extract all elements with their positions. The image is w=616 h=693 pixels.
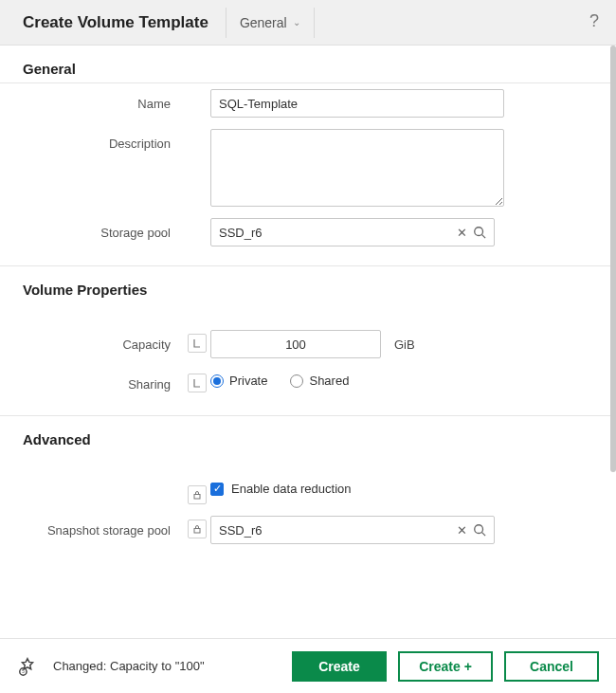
storage-pool-label: Storage pool bbox=[23, 218, 184, 240]
snapshot-pool-label: Snapshot storage pool bbox=[23, 516, 184, 538]
template-field-icon[interactable] bbox=[188, 334, 207, 353]
radio-icon bbox=[290, 374, 303, 388]
scrollbar-thumb[interactable] bbox=[610, 46, 616, 472]
lock-icon[interactable] bbox=[188, 520, 207, 538]
row-snapshot-pool: Snapshot storage pool SSD_r6 ✕ bbox=[0, 510, 616, 550]
create-volume-template-dialog: Create Volume Template General ⌄ ? Gener… bbox=[0, 0, 616, 693]
name-field[interactable] bbox=[210, 89, 504, 118]
search-icon[interactable] bbox=[473, 226, 486, 239]
sharing-private-radio[interactable]: Private bbox=[210, 374, 267, 388]
dialog-title: Create Volume Template bbox=[23, 8, 226, 38]
storage-pool-combo[interactable]: SSD_r6 ✕ bbox=[210, 218, 495, 246]
section-dropdown[interactable]: General ⌄ bbox=[226, 8, 315, 38]
description-label: Description bbox=[23, 129, 184, 151]
row-description: Description bbox=[0, 123, 616, 212]
sharing-shared-radio[interactable]: Shared bbox=[290, 374, 349, 388]
svg-text:5: 5 bbox=[22, 669, 25, 674]
svg-line-1 bbox=[482, 235, 486, 239]
empty-label bbox=[23, 482, 184, 489]
chevron-down-icon: ⌄ bbox=[293, 17, 300, 27]
footer-status: Changed: Capacity to "100" bbox=[53, 659, 205, 673]
snapshot-pool-value: SSD_r6 bbox=[219, 523, 457, 538]
clear-icon[interactable]: ✕ bbox=[457, 523, 467, 538]
lock-icon[interactable] bbox=[188, 485, 207, 504]
icon-spacer bbox=[184, 218, 210, 222]
create-button[interactable]: Create bbox=[292, 651, 387, 682]
row-capacity: Capacity GiB bbox=[0, 324, 616, 364]
description-field[interactable] bbox=[210, 129, 504, 207]
sharing-label: Sharing bbox=[23, 370, 184, 392]
capacity-unit: GiB bbox=[394, 337, 415, 352]
help-icon[interactable]: ? bbox=[589, 11, 599, 31]
row-sharing: Sharing Private Shared bbox=[0, 364, 616, 398]
snapshot-pool-combo[interactable]: SSD_r6 ✕ bbox=[210, 516, 495, 544]
svg-rect-3 bbox=[194, 529, 200, 534]
dialog-footer: 5 Changed: Capacity to "100" Create Crea… bbox=[0, 638, 616, 693]
section-volume-props-title: Volume Properties bbox=[0, 266, 616, 303]
template-field-icon[interactable] bbox=[188, 374, 207, 392]
svg-line-5 bbox=[482, 533, 486, 537]
search-icon[interactable] bbox=[473, 523, 486, 537]
icon-spacer bbox=[184, 89, 210, 93]
cancel-button[interactable]: Cancel bbox=[504, 651, 599, 682]
create-plus-button[interactable]: Create + bbox=[398, 651, 493, 682]
sharing-private-label: Private bbox=[229, 374, 267, 388]
capacity-field[interactable] bbox=[210, 330, 381, 358]
dialog-body: General Name Description Storage pool SS… bbox=[0, 46, 616, 638]
section-general-title: General bbox=[0, 46, 616, 82]
svg-point-0 bbox=[475, 228, 483, 236]
sharing-shared-label: Shared bbox=[309, 374, 349, 388]
storage-pool-value: SSD_r6 bbox=[219, 226, 457, 240]
svg-rect-2 bbox=[194, 495, 200, 500]
data-reduction-label[interactable]: Enable data reduction bbox=[231, 482, 351, 496]
capacity-label: Capacity bbox=[23, 330, 184, 352]
name-label: Name bbox=[23, 89, 184, 111]
svg-point-4 bbox=[475, 525, 483, 534]
radio-icon bbox=[210, 374, 224, 388]
row-storage-pool: Storage pool SSD_r6 ✕ bbox=[0, 212, 616, 252]
sharing-radio-group: Private Shared bbox=[210, 370, 349, 388]
clear-icon[interactable]: ✕ bbox=[457, 226, 467, 240]
icon-spacer bbox=[184, 129, 210, 133]
dialog-header: Create Volume Template General ⌄ ? bbox=[0, 0, 616, 46]
section-dropdown-label: General bbox=[240, 15, 287, 30]
row-data-reduction: ✓ Enable data reduction bbox=[0, 476, 616, 510]
row-name: Name bbox=[0, 83, 616, 123]
changes-icon: 5 bbox=[17, 656, 38, 677]
data-reduction-checkbox[interactable]: ✓ bbox=[210, 483, 224, 496]
section-advanced-title: Advanced bbox=[0, 416, 616, 453]
